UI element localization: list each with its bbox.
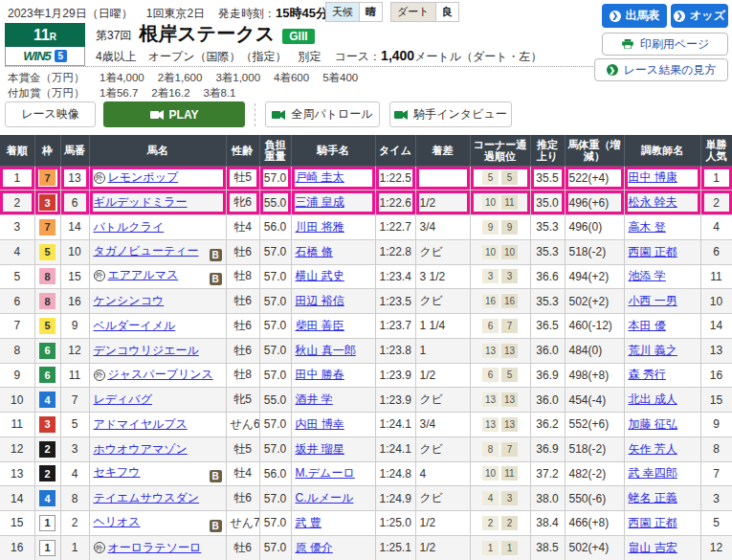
jockey-link[interactable]: 石橋 脩 [296, 245, 333, 258]
jockey-link[interactable]: 柴田 善臣 [296, 319, 344, 332]
corner-3-box: 1 [482, 541, 499, 555]
trainer-link[interactable]: 矢作 芳人 [629, 442, 677, 456]
trainer-link[interactable]: 畠山 吉宏 [629, 541, 677, 554]
horse-link[interactable]: アドマイヤルプス [94, 417, 188, 431]
corner-order-cell: 1313 [470, 413, 530, 437]
jockey-cell: 秋山 真一郎 [291, 338, 375, 363]
jockey-link[interactable]: 戸崎 圭太 [296, 170, 344, 184]
patrol-video-button[interactable]: 全周パトロール [265, 101, 380, 127]
carried-weight-cell: 57.0 [259, 264, 291, 289]
horse-name-cell: 外ジャスパープリンス [89, 363, 226, 388]
jockey-link[interactable]: C.ルメール [296, 491, 354, 504]
horse-link[interactable]: ギルデッドミラー [94, 195, 188, 209]
results-table-head-row: 着順枠馬番馬名性齢負担重量騎手名タイム着差コーナー通過順位推定上り馬体重（増減）… [0, 135, 732, 166]
jockey-link[interactable]: 坂井 瑠星 [296, 442, 344, 456]
jockey-link[interactable]: 武 豊 [296, 516, 322, 529]
trainer-cell: 武 幸四郎 [624, 461, 700, 486]
jockey-link[interactable]: 内田 博幸 [296, 417, 344, 431]
table-row: 1 7 13 外レモンポップ 牡5 57.0 戸崎 圭太 1:22.5 55 3… [0, 166, 732, 190]
blinker-badge: B [210, 470, 222, 482]
frame-badge: 4 [39, 392, 55, 408]
last-3f-cell: 36.0 [530, 388, 565, 413]
trainer-cell: 小西 一男 [624, 289, 700, 314]
trainer-link[interactable]: 森 秀行 [629, 368, 666, 381]
body-weight-cell: 550(-6) [565, 486, 624, 511]
horse-link[interactable]: ケンシンコウ [94, 294, 165, 307]
trainer-cell: 池添 学 [624, 264, 700, 289]
trainer-link[interactable]: 松永 幹夫 [629, 195, 677, 209]
jockey-interview-button[interactable]: 騎手インタビュー [389, 101, 512, 127]
horse-link[interactable]: エアアルマス [108, 268, 179, 281]
play-button[interactable]: PLAY [103, 101, 245, 127]
horse-name-cell: B外エアアルマス [89, 264, 226, 289]
trainer-link[interactable]: 荒川 義之 [629, 344, 677, 357]
rank-cell: 3 [0, 215, 34, 240]
horse-link[interactable]: バトルクライ [94, 220, 165, 234]
margin-cell: 1/2 [415, 535, 470, 560]
jockey-link[interactable]: 三浦 皇成 [296, 195, 344, 209]
popularity-cell: 16 [700, 363, 732, 388]
arrow-circle-icon: ❯ [674, 11, 685, 22]
horse-link[interactable]: テイエムサウスダン [94, 491, 200, 504]
trainer-cell: 森 秀行 [624, 363, 700, 388]
jockey-link[interactable]: 秋山 真一郎 [296, 344, 356, 357]
entries-button[interactable]: ❯出馬表 [602, 4, 667, 28]
trainer-link[interactable]: 高木 登 [629, 220, 666, 234]
trainer-link[interactable]: 北出 成人 [629, 392, 677, 406]
prize-rank-label: 2着 [151, 87, 168, 99]
last-3f-cell: 36.0 [530, 338, 565, 363]
popularity-cell: 14 [700, 314, 732, 339]
popularity-cell: 2 [700, 190, 732, 215]
last-3f-cell: 38.5 [530, 535, 565, 560]
sex-age-cell: 牡6 [226, 239, 259, 264]
horse-name-cell: ホウオウアマゾン [89, 437, 226, 461]
carried-weight-cell: 57.0 [259, 239, 291, 264]
corner-4-box: 13 [501, 344, 518, 358]
horse-name-cell: Bタガノビューティー [89, 239, 226, 264]
trainer-link[interactable]: 蛯名 正義 [629, 491, 677, 504]
frame-badge: 5 [39, 318, 55, 334]
corner-3-box: 8 [482, 442, 499, 457]
frame-cell: 4 [34, 388, 60, 413]
jockey-cell: 川田 将雅 [291, 215, 375, 240]
jockey-link[interactable]: 横山 武史 [296, 269, 344, 282]
time-cell: 1:23.9 [375, 363, 415, 388]
prize-amount: 56.7 [117, 87, 138, 99]
horse-link[interactable]: レモンポップ [108, 170, 179, 184]
corner-order-cell: 1010 [470, 239, 530, 264]
trainer-link[interactable]: 小西 一男 [629, 294, 677, 307]
corner-order-cell: 1313 [470, 338, 530, 363]
odds-button[interactable]: ❯オッズ [671, 4, 728, 28]
jockey-link[interactable]: 川田 将雅 [296, 220, 344, 234]
result-guide-button[interactable]: ❯レース結果の見方 [594, 58, 728, 81]
trainer-link[interactable]: 西園 正都 [629, 516, 677, 529]
race-video-button[interactable]: レース映像 [5, 101, 96, 127]
jockey-link[interactable]: M.デムーロ [296, 466, 355, 480]
jockey-link[interactable]: 原 優介 [296, 541, 333, 554]
horse-link[interactable]: タガノビューティー [94, 244, 199, 258]
horse-link[interactable]: ジャスパープリンス [108, 368, 213, 381]
jockey-link[interactable]: 酒井 学 [296, 392, 333, 406]
horse-link[interactable]: セキフウ [94, 465, 141, 479]
trainer-link[interactable]: 武 幸四郎 [629, 466, 677, 480]
trainer-link[interactable]: 本田 優 [629, 319, 666, 332]
video-camera-icon [150, 110, 164, 120]
horse-link[interactable]: レディバグ [94, 392, 152, 406]
jockey-link[interactable]: 田辺 裕信 [296, 294, 344, 307]
horse-link[interactable]: デンコウリジエール [94, 344, 199, 357]
horse-name-cell: 外レモンポップ [89, 166, 226, 190]
horse-link[interactable]: オーロラテソーロ [108, 541, 202, 554]
trainer-link[interactable]: 池添 学 [629, 269, 666, 282]
print-button[interactable]: 印刷用ページ [602, 33, 728, 56]
trainer-link[interactable]: 田中 博康 [629, 170, 677, 184]
trainer-link[interactable]: 加藤 征弘 [629, 417, 677, 431]
frame-badge: 6 [39, 343, 55, 359]
frame-badge: 2 [39, 441, 55, 458]
horse-link[interactable]: ホウオウアマゾン [94, 442, 188, 456]
horse-link[interactable]: ベルダーイメル [94, 319, 176, 332]
corner-order-cell: 99 [470, 215, 530, 240]
trainer-link[interactable]: 西園 正都 [629, 245, 677, 258]
rank-cell: 12 [0, 437, 34, 461]
jockey-link[interactable]: 田中 勝春 [296, 368, 344, 381]
horse-link[interactable]: ヘリオス [94, 515, 141, 528]
